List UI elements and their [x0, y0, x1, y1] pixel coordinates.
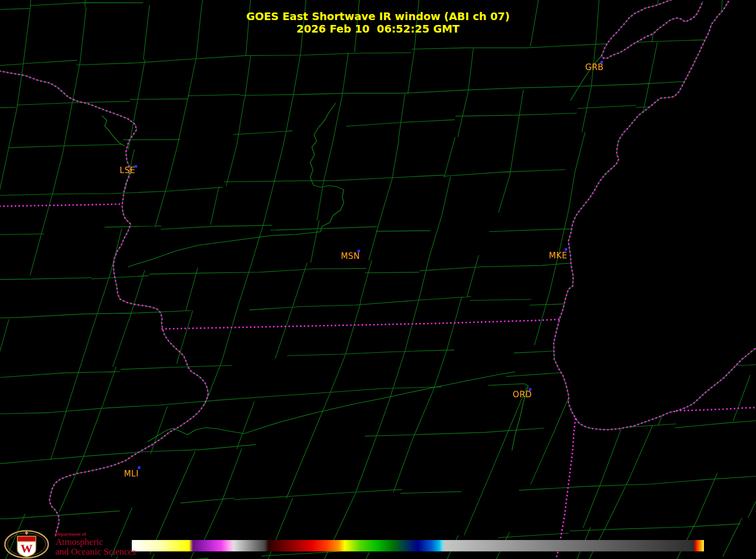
mississippi-river-border-green: [0, 71, 208, 537]
station-label-MSN: MSN: [341, 251, 360, 261]
colorbar: [132, 540, 704, 551]
mississippi-river-border: [0, 71, 208, 537]
title-line2: 2026 Feb 10 06:52:25 GMT: [0, 23, 756, 35]
il-in-border: [556, 419, 575, 559]
station-label-LSE: LSE: [120, 166, 136, 175]
uw-crest-icon: W: [2, 530, 52, 559]
black-river: [102, 116, 125, 146]
mn-ia-border: [0, 204, 121, 206]
uw-aos-logo: W Department of Atmospheric and Oceanic …: [2, 530, 136, 559]
satellite-map-screen: GOES East Shortwave IR window (ABI ch 07…: [0, 0, 756, 559]
wisconsin-river: [128, 103, 344, 267]
station-label-MLI: MLI: [124, 469, 138, 479]
svg-text:W: W: [21, 542, 33, 555]
lake-michigan: [554, 0, 756, 430]
water-bodies: [554, 0, 756, 430]
title-line1: GOES East Shortwave IR window (ABI ch 07…: [0, 10, 756, 23]
lake-michigan-south-shore: [677, 408, 756, 411]
wi-il-border: [162, 319, 562, 329]
logo-text: Department of Atmospheric and Oceanic Sc…: [55, 532, 136, 556]
logo-line2: and Oceanic Sciences: [55, 547, 136, 557]
image-title: GOES East Shortwave IR window (ABI ch 07…: [0, 10, 756, 35]
station-label-ORD: ORD: [512, 390, 531, 399]
station-label-MKE: MKE: [549, 251, 567, 261]
map-canvas: [0, 0, 756, 559]
logo-line1: Atmospheric: [55, 537, 136, 547]
station-label-GRB: GRB: [585, 62, 604, 72]
